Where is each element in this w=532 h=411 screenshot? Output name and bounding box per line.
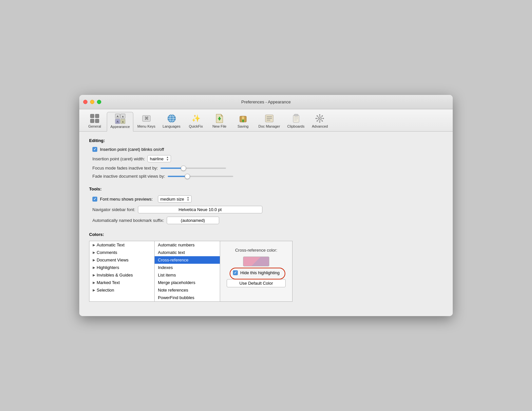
color-subtype-list-items[interactable]: List items <box>155 271 220 279</box>
tab-menu-keys[interactable]: ⌘ Menu Keys <box>134 112 159 131</box>
navigator-font-row: Navigator sidebar font: Helvetica Neue 1… <box>89 206 443 213</box>
color-category-label: Document Views <box>97 258 128 262</box>
fade-inactive-track <box>168 176 233 177</box>
color-category-list: ▶ Automatic Text ▶ Comments ▶ Document V… <box>89 241 155 302</box>
use-default-button[interactable]: Use Default Color <box>227 279 286 287</box>
navigator-font-label: Navigator sidebar font: <box>92 207 135 212</box>
bookmark-suffix-field[interactable]: (autonamed) <box>167 217 219 224</box>
focus-mode-thumb <box>181 166 186 171</box>
color-category-highlighters[interactable]: ▶ Highlighters <box>89 264 154 271</box>
tab-general-label: General <box>88 124 101 128</box>
svg-point-38 <box>319 118 320 119</box>
arrow-icon: ▶ <box>93 258 95 262</box>
tab-appearance-label: Appearance <box>110 125 130 129</box>
caret-blink-row: Insertion point (caret) blinks on/off <box>89 147 443 152</box>
color-category-label: Marked Text <box>97 280 120 285</box>
color-subtype-cross-reference[interactable]: Cross-reference <box>155 256 220 264</box>
tab-advanced-label: Advanced <box>312 124 328 128</box>
color-subtype-indexes[interactable]: Indexes <box>155 264 220 271</box>
window-title: Preferences - Appearance <box>241 99 291 104</box>
tab-clipboards-label: Clipboards <box>287 124 305 128</box>
caret-blink-checkbox[interactable] <box>92 147 97 152</box>
svg-rect-40 <box>321 115 323 117</box>
svg-rect-45 <box>315 118 317 119</box>
color-subtype-merge-placeholders[interactable]: Merge placeholders <box>155 279 220 286</box>
color-category-comments[interactable]: ▶ Comments <box>89 249 154 256</box>
tab-quickfix[interactable]: ✨ QuickFix <box>184 112 207 131</box>
color-subtype-automatic-numbers[interactable]: Automatic numbers <box>155 241 220 249</box>
color-category-selection[interactable]: ▶ Selection <box>89 286 154 294</box>
fade-inactive-thumb <box>185 174 190 179</box>
saving-icon <box>238 113 248 124</box>
svg-rect-23 <box>219 117 220 118</box>
hide-highlight-label: Hide this highlighting <box>240 270 280 275</box>
color-category-automatic-text[interactable]: ▶ Automatic Text <box>89 241 154 249</box>
navigator-font-field[interactable]: Helvetica Neue 10.0 pt <box>138 206 262 213</box>
tab-general[interactable]: General <box>83 112 106 131</box>
hide-highlight-checkbox[interactable] <box>233 270 238 275</box>
tab-saving[interactable]: Saving <box>232 112 255 131</box>
font-preview-row: Font menu shows previews: medium size ▲ … <box>89 195 443 203</box>
arrow-icon: ▶ <box>93 266 95 269</box>
svg-rect-42 <box>321 120 323 122</box>
tab-advanced[interactable]: Advanced <box>308 112 331 131</box>
languages-icon <box>166 113 177 124</box>
fade-inactive-slider[interactable] <box>168 176 233 177</box>
color-category-label: Selection <box>97 288 114 293</box>
tab-appearance[interactable]: A A A A Appearance <box>107 112 133 132</box>
color-subtype-note-references[interactable]: Note references <box>155 286 220 294</box>
tab-doc-manager[interactable]: Doc Manager <box>255 112 283 131</box>
color-subtype-list: Automatic numbers Automatic text Cross-r… <box>155 241 220 302</box>
font-preview-checkbox[interactable] <box>92 197 97 202</box>
minimize-button[interactable] <box>90 100 94 104</box>
bookmark-suffix-row: Automatically named bookmark suffix: (au… <box>89 217 443 224</box>
colors-lists: ▶ Automatic Text ▶ Comments ▶ Document V… <box>89 241 443 302</box>
color-category-document-views[interactable]: ▶ Document Views <box>89 256 154 264</box>
tab-menu-keys-label: Menu Keys <box>137 124 155 128</box>
toolbar: General A A A A Appearance <box>79 109 453 132</box>
svg-rect-3 <box>95 119 99 123</box>
traffic-lights <box>83 100 101 104</box>
fade-inactive-row: Fade inactive document split views by: <box>89 174 443 179</box>
arrow-icon: ▶ <box>93 243 95 247</box>
arrow-icon: ▶ <box>93 288 95 292</box>
color-category-label: Highlighters <box>97 265 119 270</box>
appearance-icon: A A A A <box>115 114 125 124</box>
tab-languages[interactable]: Languages <box>159 112 183 131</box>
svg-text:A: A <box>116 115 119 118</box>
svg-rect-2 <box>90 119 94 123</box>
color-category-invisibles[interactable]: ▶ Invisibles & Guides <box>89 271 154 279</box>
font-preview-arrows: ▲ ▼ <box>187 196 189 202</box>
tools-title: Tools: <box>89 187 443 191</box>
hide-highlight-container: Hide this highlighting <box>233 270 280 275</box>
color-category-marked-text[interactable]: ▶ Marked Text <box>89 279 154 286</box>
maximize-button[interactable] <box>97 100 101 104</box>
tab-clipboards[interactable]: Clipboards <box>284 112 308 131</box>
bookmark-suffix-label: Automatically named bookmark suffix: <box>92 218 164 223</box>
svg-rect-33 <box>294 114 298 116</box>
svg-marker-21 <box>221 114 223 116</box>
color-swatch[interactable] <box>243 257 269 266</box>
tab-new-file[interactable]: New File <box>208 112 231 131</box>
tab-saving-label: Saving <box>238 124 249 128</box>
clipboards-icon <box>291 113 301 124</box>
focus-mode-slider[interactable] <box>161 168 226 169</box>
color-subtype-automatic-text[interactable]: Automatic text <box>155 249 220 256</box>
general-icon <box>89 113 100 124</box>
color-category-label: Invisibles & Guides <box>97 273 133 277</box>
color-subtype-powerfind-bubbles[interactable]: PowerFind bubbles <box>155 294 220 301</box>
caret-blink-label: Insertion point (caret) blinks on/off <box>100 147 164 152</box>
main-content: Editing: Insertion point (caret) blinks … <box>79 132 453 316</box>
tab-quickfix-label: QuickFix <box>189 124 203 128</box>
svg-text:A: A <box>116 120 119 123</box>
tab-new-file-label: New File <box>212 124 226 128</box>
caret-width-select[interactable]: hairline ▲ ▼ <box>147 155 171 162</box>
color-panel: Cross-reference color: Hide this highlig… <box>220 241 293 302</box>
svg-text:✨: ✨ <box>191 114 200 123</box>
close-button[interactable] <box>83 100 87 104</box>
new-file-icon <box>214 113 225 124</box>
font-preview-select[interactable]: medium size ▲ ▼ <box>158 195 192 203</box>
doc-manager-icon <box>264 113 275 124</box>
svg-text:A: A <box>122 121 124 123</box>
navigator-font-value: Helvetica Neue 10.0 pt <box>179 207 222 212</box>
